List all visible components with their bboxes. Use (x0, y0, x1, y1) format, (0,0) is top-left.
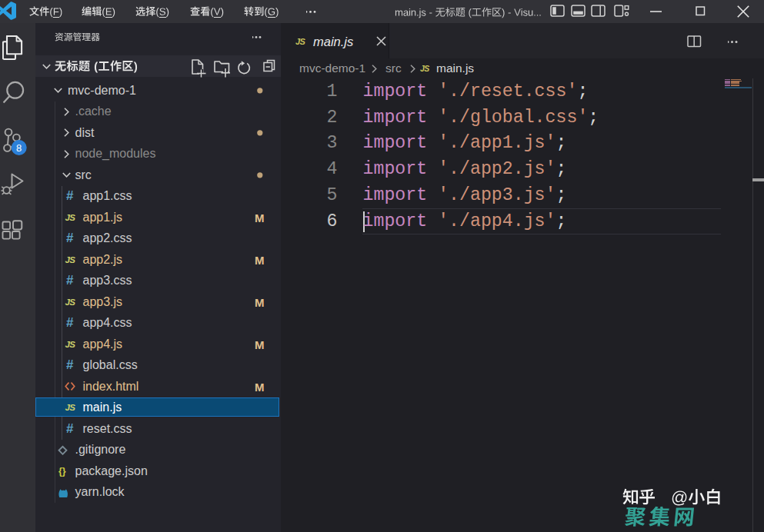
svg-text:8: 8 (16, 142, 22, 154)
